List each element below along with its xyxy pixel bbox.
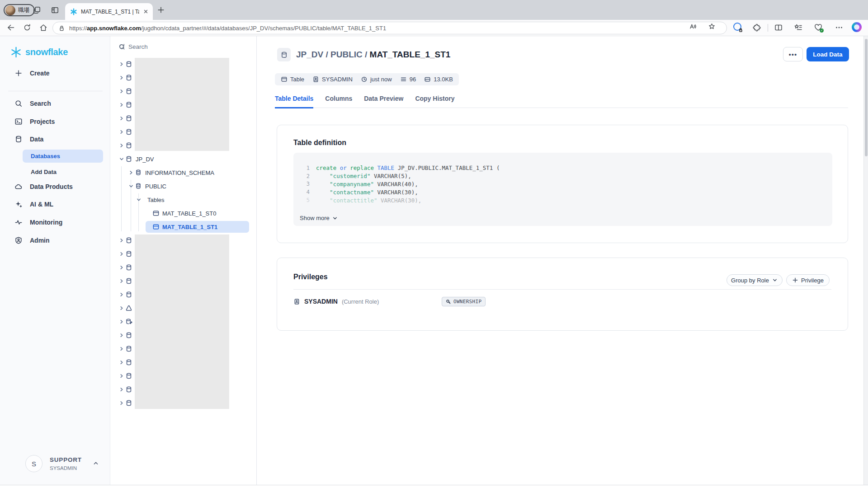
snowflake-app-window: 職場 MAT_TABLE_1_ST1 | Table https://app.s… <box>0 0 868 488</box>
tree-item-collapsed[interactable] <box>110 274 257 288</box>
privilege-role-row: SYSADMIN (Current Role) <box>293 294 379 309</box>
meta-label: Table <box>290 76 304 83</box>
tree-item-collapsed[interactable] <box>110 369 257 383</box>
tree-item-public[interactable]: PUBLIC <box>110 179 257 193</box>
tree-item-collapsed[interactable] <box>110 342 257 356</box>
sidebar-item-data[interactable]: Data <box>0 132 110 146</box>
chevron-right-icon[interactable] <box>118 142 125 149</box>
sidebar-item-search[interactable]: Search <box>0 96 110 111</box>
chevron-right-icon[interactable] <box>118 115 125 122</box>
browser-profile-chip[interactable]: 職場 <box>4 4 35 16</box>
sidebar-item-data-products[interactable]: Data Products <box>0 179 110 194</box>
chevron-down-icon[interactable] <box>136 197 142 203</box>
chevron-right-icon[interactable] <box>118 291 125 298</box>
support-account-block[interactable]: S SUPPORT SYSADMIN <box>0 454 110 477</box>
chevron-right-icon[interactable] <box>118 359 125 366</box>
tree-item-collapsed[interactable] <box>110 301 257 315</box>
tree-item-jp_dv[interactable]: JP_DV <box>110 152 257 166</box>
tree-item-collapsed[interactable] <box>110 84 257 98</box>
tree-item-collapsed[interactable] <box>110 139 257 152</box>
workspaces-icon[interactable] <box>33 6 41 14</box>
show-more-button[interactable]: Show more <box>300 215 338 221</box>
tree-item-collapsed[interactable] <box>110 247 257 261</box>
scrollbar-thumb[interactable] <box>865 39 868 156</box>
read-aloud-icon[interactable] <box>689 23 697 30</box>
tab-copy-history[interactable]: Copy History <box>415 95 454 108</box>
chevron-right-icon[interactable] <box>118 88 125 94</box>
refresh-icon[interactable] <box>118 43 125 50</box>
copilot-icon[interactable] <box>852 22 862 32</box>
sidebar-item-monitoring[interactable]: Monitoring <box>0 215 110 230</box>
chevron-up-icon[interactable] <box>92 460 99 467</box>
chevron-right-icon[interactable] <box>118 61 125 67</box>
tab-close-icon[interactable] <box>143 9 149 14</box>
chevron-right-icon[interactable] <box>118 332 125 338</box>
new-tab-button[interactable] <box>157 6 165 14</box>
tree-item-collapsed[interactable] <box>110 315 257 328</box>
tree-item-collapsed[interactable] <box>110 234 257 247</box>
tree-item-collapsed[interactable] <box>110 396 257 410</box>
address-bar[interactable]: https://app.snowflake.com/jugdhon/cdata_… <box>52 22 727 34</box>
favorites-icon[interactable] <box>794 23 803 32</box>
more-actions-button[interactable]: ••• <box>783 47 803 61</box>
browser-menu-icon[interactable] <box>835 23 844 32</box>
sidebar-item-ai-ml[interactable]: AI & ML <box>0 197 110 211</box>
chevron-right-icon[interactable] <box>118 278 125 284</box>
tree-item-collapsed[interactable] <box>110 261 257 274</box>
tree-item-collapsed[interactable] <box>110 328 257 342</box>
chevron-right-icon[interactable] <box>118 386 125 393</box>
extensions-icon[interactable] <box>752 23 761 32</box>
sidebar-item-databases[interactable]: Databases <box>23 150 103 163</box>
tree-item-collapsed[interactable] <box>110 112 257 125</box>
back-button[interactable] <box>6 23 15 32</box>
group-by-role-dropdown[interactable]: Group by Role <box>726 274 783 286</box>
chevron-right-icon[interactable] <box>118 400 125 406</box>
chevron-right-icon[interactable] <box>118 264 125 271</box>
tree-item-collapsed[interactable] <box>110 98 257 112</box>
chevron-right-icon[interactable] <box>118 237 125 244</box>
create-button[interactable]: Create <box>0 66 110 80</box>
tab-table-details[interactable]: Table Details <box>275 95 313 108</box>
chevron-right-icon[interactable] <box>118 305 125 311</box>
chevron-right-icon[interactable] <box>118 346 125 352</box>
tree-item-tables[interactable]: Tables <box>110 193 257 206</box>
ssl-lock-icon[interactable] <box>58 25 65 32</box>
snowflake-logo[interactable]: snowflake <box>10 46 68 58</box>
tree-item-collapsed[interactable] <box>110 57 257 71</box>
tree-item-mat_table_1_st0[interactable]: MAT_TABLE_1_ST0 <box>110 206 257 220</box>
chevron-right-icon[interactable] <box>118 129 125 135</box>
chevron-right-icon[interactable] <box>118 373 125 379</box>
chevron-right-icon[interactable] <box>128 169 134 176</box>
sidebar-item-projects[interactable]: Projects <box>0 114 110 129</box>
chevron-right-icon[interactable] <box>118 251 125 257</box>
chevron-down-icon[interactable] <box>118 156 125 162</box>
tree-item-collapsed[interactable] <box>110 71 257 84</box>
tree-search-input[interactable] <box>128 41 237 52</box>
split-screen-icon[interactable] <box>774 23 783 32</box>
chevron-right-icon[interactable] <box>118 319 125 325</box>
vertical-tabs-icon[interactable] <box>51 6 59 14</box>
add-privilege-button[interactable]: Privilege <box>786 274 830 286</box>
password-manager-icon[interactable] <box>733 23 742 32</box>
home-button[interactable] <box>39 23 48 32</box>
code-line-3: 3 "companyname" VARCHAR(40), <box>293 180 832 188</box>
tree-item-mat_table_1_st1[interactable]: MAT_TABLE_1_ST1 <box>110 220 257 234</box>
tab-data-preview[interactable]: Data Preview <box>364 95 403 108</box>
page-scrollbar[interactable] <box>863 36 868 485</box>
tab-columns[interactable]: Columns <box>325 95 352 108</box>
tree-item-collapsed[interactable] <box>110 125 257 139</box>
breadcrumb-parents[interactable]: JP_DV / PUBLIC / <box>296 50 370 59</box>
browser-tab[interactable]: MAT_TABLE_1_ST1 | Table <box>65 3 153 20</box>
sidebar-item-admin[interactable]: Admin <box>0 233 110 248</box>
tree-item-information_schema[interactable]: INFORMATION_SCHEMA <box>110 166 257 179</box>
favorite-star-icon[interactable] <box>708 23 716 30</box>
chevron-down-icon[interactable] <box>128 183 134 189</box>
tree-item-collapsed[interactable] <box>110 356 257 369</box>
chevron-right-icon[interactable] <box>118 102 125 108</box>
tree-item-collapsed[interactable] <box>110 383 257 396</box>
tree-item-collapsed[interactable] <box>110 288 257 301</box>
load-data-button[interactable]: Load Data <box>807 47 849 61</box>
sidebar-item-add-data[interactable]: Add Data <box>31 167 57 176</box>
chevron-right-icon[interactable] <box>118 75 125 81</box>
reload-button[interactable] <box>23 23 32 32</box>
